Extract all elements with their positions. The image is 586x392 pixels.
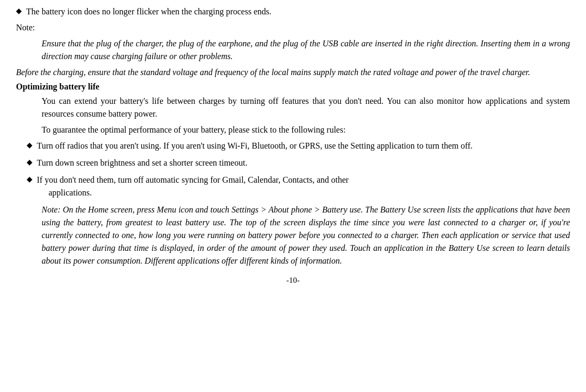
section-heading: Optimizing battery life	[16, 82, 570, 92]
paragraph-1: You can extend your battery's life betwe…	[16, 95, 570, 120]
bullet-item-1: ◆ The battery icon does no longer flicke…	[16, 5, 570, 18]
bullet-diamond-4: ◆	[27, 175, 33, 184]
paragraph-2: To guarantee the optimal performance of …	[16, 124, 570, 136]
bullet-text-3: Turn down screen brightness and set a sh…	[37, 157, 570, 169]
note-block-container: Note: On the Home screen, press Menu ico…	[16, 203, 570, 267]
bullet-diamond-3: ◆	[27, 158, 33, 167]
bullet4-line1: If you don't need them, turn off automat…	[37, 174, 570, 186]
bullet-diamond-1: ◆	[16, 6, 22, 15]
note-block: Note: On the Home screen, press Menu ico…	[16, 203, 570, 267]
bullet4-line2: applications.	[37, 186, 570, 199]
bullet-text-4: If you don't need them, turn off automat…	[37, 174, 570, 199]
bullet-text-1: The battery icon does no longer flicker …	[26, 5, 570, 18]
note-italic-1: Ensure that the plug of the charger, the…	[16, 37, 570, 63]
note-label: Note:	[16, 21, 570, 34]
bullet-item-4: ◆ If you don't need them, turn off autom…	[16, 174, 570, 199]
bullet-text-2: Turn off radios that you aren't using. I…	[37, 140, 570, 152]
bullet-item-3: ◆ Turn down screen brightness and set a …	[16, 157, 570, 169]
bullet-item-2: ◆ Turn off radios that you aren't using.…	[16, 140, 570, 152]
bullet-diamond-2: ◆	[27, 141, 33, 150]
page-number: -10-	[16, 276, 570, 285]
note-italic-2: Before the charging, ensure that the sta…	[16, 66, 570, 79]
